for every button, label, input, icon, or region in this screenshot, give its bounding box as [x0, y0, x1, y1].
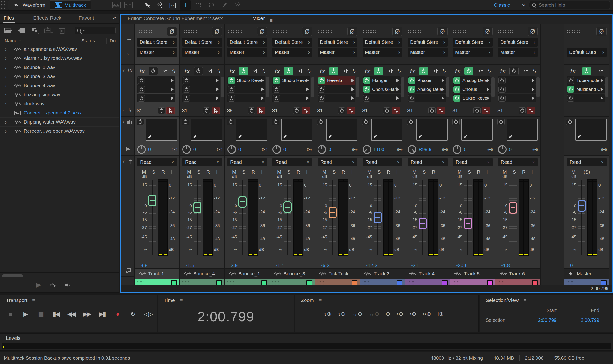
- volume-value[interactable]: -12.3: [360, 259, 405, 268]
- eq-power-button[interactable]: [227, 118, 234, 125]
- fx-slot-power-icon[interactable]: [138, 77, 145, 84]
- strip-grip-icon[interactable]: [453, 28, 468, 35]
- eq-power-button[interactable]: [137, 118, 144, 125]
- eq-power-button[interactable]: [497, 118, 505, 125]
- fx-slots-scrollbar[interactable]: [446, 77, 449, 97]
- open-file-icon[interactable]: [4, 26, 12, 34]
- fx-slot-power-icon[interactable]: [567, 95, 574, 102]
- send-label[interactable]: S1: [272, 108, 281, 113]
- output-select[interactable]: Master›: [318, 48, 357, 57]
- fx-slots-scrollbar[interactable]: [605, 77, 608, 97]
- pan-value[interactable]: 0: [509, 147, 532, 152]
- automation-mode-select[interactable]: Read∨: [227, 158, 267, 167]
- selection-end-value[interactable]: 2:00.799: [561, 313, 599, 323]
- fx-slot-arrow-icon[interactable]: [261, 78, 264, 82]
- mute-button[interactable]: M: [187, 169, 191, 175]
- volume-fader-handle[interactable]: [509, 202, 517, 214]
- fx-slot-arrow-icon[interactable]: [351, 87, 354, 91]
- automation-mode-select[interactable]: Read∨: [453, 158, 493, 167]
- fx-power-button[interactable]: [194, 67, 203, 76]
- send-power-button[interactable]: [383, 107, 390, 114]
- send-prepost-button[interactable]: [257, 107, 265, 115]
- fx-power-button[interactable]: [329, 67, 338, 76]
- color-bar-grip-icon[interactable]: [272, 281, 279, 285]
- fx-slot-power-icon[interactable]: [138, 95, 145, 102]
- phase-invert-button[interactable]: Ø: [257, 26, 267, 36]
- zoom-out-vertical-button[interactable]: ↕⊖: [338, 311, 346, 317]
- file-row[interactable]: › Bounce_3.wav: [0, 72, 119, 81]
- fx-power-button[interactable]: [464, 67, 474, 76]
- arm-record-button[interactable]: R: [161, 169, 165, 175]
- fx-prepost-icon[interactable]: [207, 68, 213, 74]
- arm-record-button[interactable]: R: [432, 169, 435, 175]
- files-search[interactable]: [75, 26, 116, 34]
- eq-edit-icon[interactable]: [373, 134, 377, 139]
- fx-slot-power-icon[interactable]: [363, 86, 370, 93]
- phase-invert-button[interactable]: Ø: [302, 26, 312, 36]
- strip-grip-icon[interactable]: [567, 28, 582, 35]
- fx-slot-power-icon[interactable]: [318, 95, 325, 102]
- pan-value[interactable]: L100: [374, 147, 397, 152]
- eq-graph[interactable]: [506, 118, 538, 141]
- eq-power-button[interactable]: [317, 118, 324, 125]
- track-name-row[interactable]: Track 1: [135, 269, 179, 279]
- skip-to-start-button[interactable]: ▮◀: [51, 310, 61, 318]
- eq-power-button[interactable]: [272, 118, 279, 125]
- fx-prepost-icon[interactable]: [478, 68, 484, 74]
- fx-slot-power-icon[interactable]: [318, 77, 325, 84]
- color-bar-grip-icon[interactable]: [407, 281, 414, 285]
- record-button[interactable]: ●: [112, 310, 122, 318]
- lasso-tool[interactable]: [206, 0, 217, 10]
- toolbar-grip[interactable]: [1, 1, 5, 9]
- fx-slot-arrow-icon[interactable]: [600, 96, 603, 100]
- pan-knob[interactable]: [227, 145, 236, 154]
- mute-button[interactable]: M: [322, 169, 326, 175]
- fx-freeze-icon[interactable]: ϟ: [262, 67, 265, 75]
- fx-slot-arrow-icon[interactable]: [442, 96, 444, 100]
- arm-record-button[interactable]: R: [522, 169, 526, 175]
- auto-play-icon[interactable]: [49, 282, 56, 288]
- fx-slot-arrow-icon[interactable]: [216, 96, 219, 100]
- input-select[interactable]: Default Stere›: [227, 38, 267, 47]
- send-power-button[interactable]: [428, 107, 435, 114]
- tab-files[interactable]: Files: [0, 13, 17, 23]
- phase-invert-button[interactable]: Ø: [597, 26, 607, 36]
- fx-slot-power-icon[interactable]: [408, 95, 415, 102]
- fx-slot-arrow-icon[interactable]: [532, 78, 534, 82]
- expand-chevron-icon[interactable]: ›: [0, 64, 11, 71]
- fx-slot[interactable]: Analog Dela: [453, 76, 491, 85]
- fx-slot[interactable]: Tube-modele: [567, 76, 605, 85]
- input-select[interactable]: Default Stere›: [453, 38, 493, 47]
- tab-mixer[interactable]: Mixer: [249, 14, 268, 24]
- eq-graph[interactable]: [236, 118, 267, 141]
- spectral-display-icon[interactable]: [124, 2, 133, 8]
- fx-prepost-icon[interactable]: [433, 68, 438, 74]
- mixer-panel-menu-icon[interactable]: ≡: [268, 17, 274, 24]
- monitor-input-button[interactable]: I: [261, 169, 262, 175]
- solo-button[interactable]: S: [287, 169, 291, 175]
- fx-slot-arrow-icon[interactable]: [487, 96, 489, 100]
- send-label[interactable]: S8: [227, 108, 236, 113]
- eq-graph[interactable]: [326, 118, 357, 141]
- expand-chevron-icon[interactable]: ›: [0, 101, 11, 107]
- eq-graph[interactable]: [575, 118, 607, 141]
- mute-button[interactable]: M: [413, 169, 417, 175]
- fx-slot[interactable]: Phaser: [408, 76, 446, 85]
- multitrack-button[interactable]: Multitrack: [50, 0, 91, 10]
- eq-graph[interactable]: [416, 118, 447, 141]
- fx-slot-power-icon[interactable]: [183, 95, 190, 102]
- fx-slot-empty[interactable]: [227, 94, 265, 102]
- automation-mode-select[interactable]: Read∨: [272, 158, 312, 167]
- help-search[interactable]: [529, 1, 610, 9]
- fx-slot[interactable]: Reverb: [318, 76, 355, 85]
- fx-slot-arrow-icon[interactable]: [306, 78, 309, 82]
- send-label[interactable]: S1: [137, 108, 145, 113]
- fx-slots-scrollbar[interactable]: [266, 77, 269, 97]
- fx-prepost-icon[interactable]: [342, 68, 348, 74]
- send-prepost-button[interactable]: [347, 107, 355, 115]
- color-bar-grip-icon[interactable]: [137, 281, 144, 285]
- solo-button[interactable]: S: [332, 169, 335, 175]
- new-content-icon[interactable]: [31, 26, 39, 34]
- fx-slot-power-icon[interactable]: [183, 77, 190, 84]
- color-bar-grip-icon[interactable]: [362, 281, 369, 285]
